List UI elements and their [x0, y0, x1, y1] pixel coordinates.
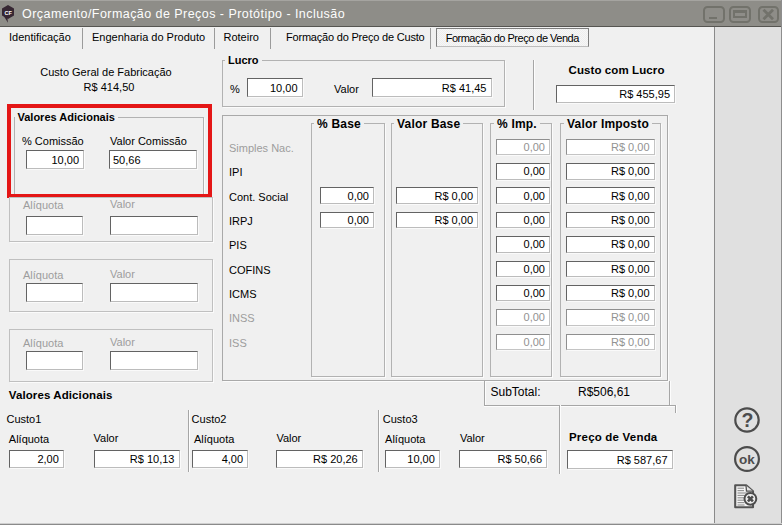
- svg-text:CF: CF: [4, 10, 12, 16]
- svg-text:ok: ok: [739, 451, 755, 466]
- svg-text:?: ?: [742, 409, 754, 431]
